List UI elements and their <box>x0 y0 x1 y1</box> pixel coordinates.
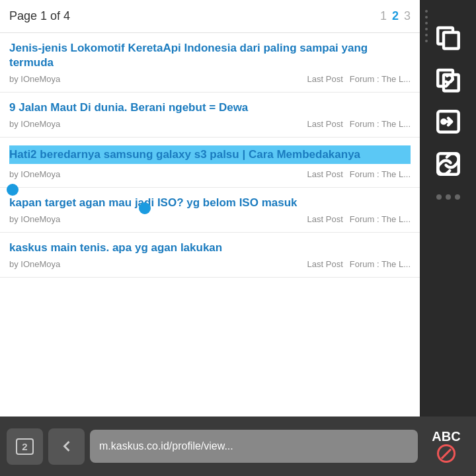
item-author: by IOneMoya <box>9 74 60 84</box>
back-button[interactable] <box>48 428 85 465</box>
item-meta: by IOneMoya Last Post Forum : The L... <box>9 259 411 269</box>
url-bar[interactable]: m.kaskus.co.id/profile/view... <box>90 430 418 463</box>
item-author: by IOneMoya <box>9 169 60 179</box>
drag-dot <box>425 16 428 19</box>
item-last-post: Last Post <box>307 74 343 84</box>
drag-dot <box>425 28 428 30</box>
more-dots[interactable] <box>436 194 460 200</box>
item-meta: by IOneMoya Last Post Forum : The L... <box>9 74 411 84</box>
item-author: by IOneMoya <box>9 119 60 129</box>
copy-link-icon <box>434 65 462 93</box>
dot <box>455 194 460 200</box>
item-meta: by IOneMoya Last Post Forum : The L... <box>9 169 411 179</box>
drag-dot <box>425 10 428 13</box>
list-item: 9 Jalan Maut Di dunia. Berani ngebut = D… <box>0 93 420 138</box>
main-content: Page 1 of 4 1 2 3 Jenis-jenis Lokomotif … <box>0 0 420 416</box>
item-meta: by IOneMoya Last Post Forum : The L... <box>9 214 411 224</box>
bottom-bar: 2 m.kaskus.co.id/profile/view... ABC <box>0 416 476 476</box>
item-meta: by IOneMoya Last Post Forum : The L... <box>9 119 411 129</box>
list-item: Jenis-jenis Lokomotif KeretaApi Indonesi… <box>0 33 420 93</box>
link-box-2-icon <box>434 150 462 178</box>
item-author: by IOneMoya <box>9 214 60 224</box>
page-numbers: 1 2 3 <box>380 9 411 23</box>
item-title[interactable]: 9 Jalan Maut Di dunia. Berani ngebut = D… <box>9 100 411 115</box>
item-forum: Forum : The L... <box>350 119 411 129</box>
dot <box>446 194 451 200</box>
link-box-button[interactable] <box>431 104 465 139</box>
back-icon <box>58 437 76 456</box>
item-last-post: Last Post <box>307 169 343 179</box>
page-num-3[interactable]: 3 <box>404 9 411 23</box>
highlighted-list-item: Hati2 beredarnya samsung galaxy s3 palsu… <box>0 138 420 188</box>
item-last-post: Last Post <box>307 119 343 129</box>
list-item: kapan target agan mau jadi ISO? yg belom… <box>0 188 420 233</box>
tab-number: 2 <box>16 438 33 455</box>
page-info: Page 1 of 4 <box>9 9 380 23</box>
copy-link-button[interactable] <box>431 62 465 97</box>
link-box-icon <box>434 108 462 136</box>
item-last-post: Last Post <box>307 214 343 224</box>
page-num-2[interactable]: 2 <box>392 9 399 23</box>
item-title[interactable]: kapan target agan mau jadi ISO? yg belom… <box>9 196 411 210</box>
page-num-1[interactable]: 1 <box>380 9 387 23</box>
link-box-2-button[interactable] <box>431 147 465 181</box>
abc-button[interactable]: ABC <box>423 426 469 466</box>
cancel-icon <box>437 444 456 463</box>
url-text: m.kaskus.co.id/profile/view... <box>99 440 233 452</box>
item-forum: Forum : The L... <box>350 74 411 84</box>
drag-dot <box>425 22 428 24</box>
copy-button[interactable] <box>431 20 465 54</box>
item-last-post: Last Post <box>307 259 343 269</box>
right-sidebar <box>420 0 476 416</box>
item-title[interactable]: kaskus main tenis. apa yg agan lakukan <box>9 241 411 255</box>
item-title[interactable]: Jenis-jenis Lokomotif KeretaApi Indonesi… <box>9 41 411 70</box>
tab-button[interactable]: 2 <box>7 428 43 465</box>
item-forum: Forum : The L... <box>350 214 411 224</box>
drag-dot <box>425 34 428 36</box>
page-header: Page 1 of 4 1 2 3 <box>0 0 420 33</box>
svg-rect-0 <box>444 32 459 49</box>
dot <box>436 194 442 200</box>
copy-icon <box>434 23 462 51</box>
list-item: kaskus main tenis. apa yg agan lakukan b… <box>0 233 420 278</box>
item-forum: Forum : The L... <box>350 259 411 269</box>
item-author: by IOneMoya <box>9 259 60 269</box>
abc-label: ABC <box>432 430 460 443</box>
drag-dot <box>425 40 428 42</box>
sidebar-icons <box>431 20 465 200</box>
item-forum: Forum : The L... <box>350 169 411 179</box>
item-title-highlighted[interactable]: Hati2 beredarnya samsung galaxy s3 palsu… <box>9 145 411 164</box>
